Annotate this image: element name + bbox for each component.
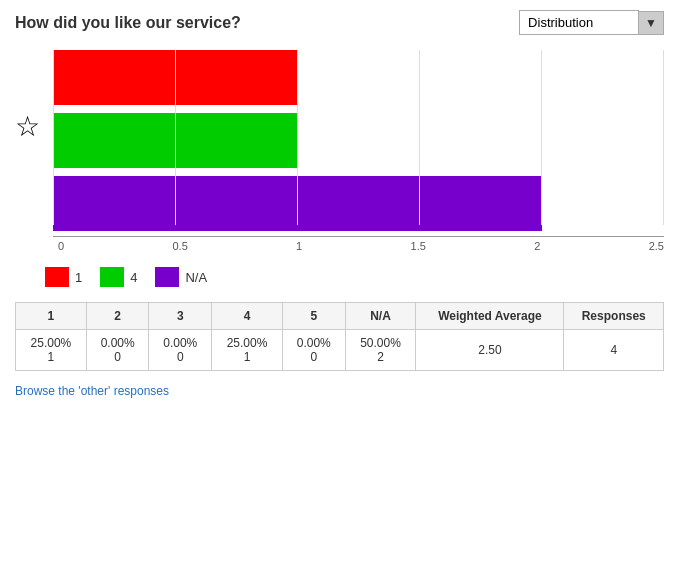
cell-1: 25.00% 1: [16, 330, 87, 371]
legend-color-4: [100, 267, 124, 287]
cell-1-pct: 25.00%: [31, 336, 72, 350]
x-tick-05: 0.5: [172, 240, 187, 252]
x-ticks: 0 0.5 1 1.5 2 2.5: [53, 236, 664, 252]
legend-item-4: 4: [100, 267, 137, 287]
cell-5-cnt: 0: [291, 350, 337, 364]
page-header: How did you like our service? Distributi…: [15, 10, 664, 35]
cell-weighted-avg: 2.50: [416, 330, 564, 371]
cell-na: 50.00% 2: [345, 330, 416, 371]
col-header-4: 4: [212, 303, 283, 330]
cell-2-cnt: 0: [95, 350, 141, 364]
legend-item-na: N/A: [155, 267, 207, 287]
bar-na: [53, 176, 542, 231]
view-dropdown[interactable]: Distribution Average Percentage: [519, 10, 639, 35]
bars-wrapper: [48, 50, 664, 231]
cell-4-cnt: 1: [220, 350, 274, 364]
table-row: 25.00% 1 0.00% 0 0.00% 0 25.00% 1 0.00% …: [16, 330, 664, 371]
legend-color-1: [45, 267, 69, 287]
cell-3-pct: 0.00%: [163, 336, 197, 350]
x-tick-15: 1.5: [411, 240, 426, 252]
x-tick-25: 2.5: [649, 240, 664, 252]
bar-4: [53, 113, 297, 168]
cell-4-pct: 25.00%: [227, 336, 268, 350]
table-header-row: 1 2 3 4 5 N/A Weighted Average Responses: [16, 303, 664, 330]
col-header-3: 3: [149, 303, 212, 330]
chart-area: 0 0.5 1 1.5 2 2.5: [48, 50, 664, 252]
chart-container: ☆: [15, 50, 664, 252]
cell-1-cnt: 1: [24, 350, 78, 364]
x-tick-0: 0: [58, 240, 64, 252]
cell-2-pct: 0.00%: [101, 336, 135, 350]
bar-1: [53, 50, 297, 105]
bar-row-4: [53, 113, 664, 168]
cell-3: 0.00% 0: [149, 330, 212, 371]
cell-na-pct: 50.00%: [360, 336, 401, 350]
x-axis: 0 0.5 1 1.5 2 2.5: [48, 236, 664, 252]
results-table: 1 2 3 4 5 N/A Weighted Average Responses…: [15, 302, 664, 371]
col-header-5: 5: [282, 303, 345, 330]
cell-5: 0.00% 0: [282, 330, 345, 371]
bar-row-1: [53, 50, 664, 105]
legend-color-na: [155, 267, 179, 287]
cell-2: 0.00% 0: [86, 330, 149, 371]
col-header-responses: Responses: [564, 303, 664, 330]
legend-item-1: 1: [45, 267, 82, 287]
cell-4: 25.00% 1: [212, 330, 283, 371]
col-header-1: 1: [16, 303, 87, 330]
x-tick-2: 2: [534, 240, 540, 252]
cell-5-pct: 0.00%: [297, 336, 331, 350]
dropdown-arrow-icon[interactable]: ▼: [639, 11, 664, 35]
cell-na-cnt: 2: [354, 350, 408, 364]
cell-responses: 4: [564, 330, 664, 371]
legend-label-4: 4: [130, 270, 137, 285]
legend-label-1: 1: [75, 270, 82, 285]
x-axis-line: [53, 236, 664, 237]
x-tick-1: 1: [296, 240, 302, 252]
survey-question: How did you like our service?: [15, 14, 241, 32]
col-header-weighted-avg: Weighted Average: [416, 303, 564, 330]
cell-3-cnt: 0: [157, 350, 203, 364]
browse-link[interactable]: Browse the 'other' responses: [15, 384, 169, 398]
bar-row-na: [53, 176, 664, 231]
legend-label-na: N/A: [185, 270, 207, 285]
view-dropdown-wrapper: Distribution Average Percentage ▼: [519, 10, 664, 35]
chart-legend: 1 4 N/A: [45, 267, 664, 287]
star-icon: ☆: [15, 110, 40, 143]
col-header-2: 2: [86, 303, 149, 330]
col-header-na: N/A: [345, 303, 416, 330]
